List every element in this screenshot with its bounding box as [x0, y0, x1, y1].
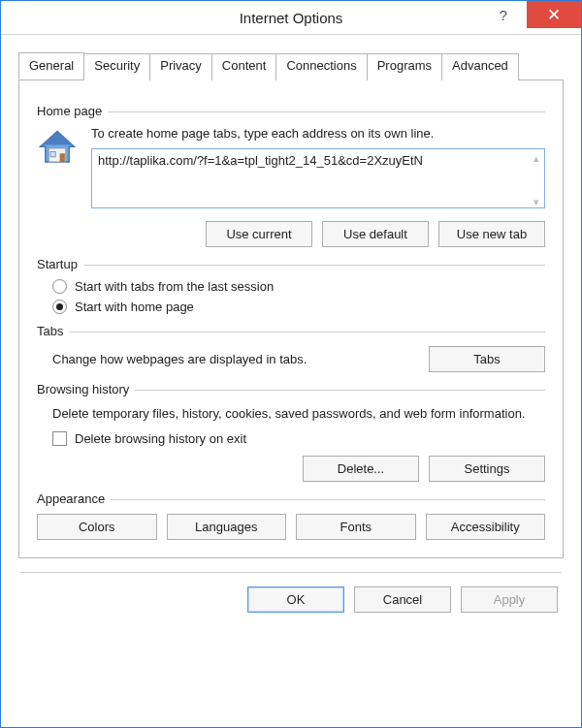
home-icon [37, 128, 78, 169]
internet-options-window: Internet Options ? ✕ General Security Pr… [0, 0, 582, 728]
svg-marker-4 [42, 132, 73, 145]
apply-button[interactable]: Apply [461, 586, 558, 613]
group-appearance: Appearance [37, 491, 545, 506]
tab-strip: General Security Privacy Content Connect… [18, 52, 564, 80]
delete-on-exit-row[interactable]: Delete browsing history on exit [52, 431, 545, 446]
svg-rect-2 [60, 153, 65, 162]
delete-on-exit-label: Delete browsing history on exit [75, 431, 246, 446]
startup-home-label: Start with home page [75, 300, 194, 314]
radio-icon[interactable] [52, 279, 67, 294]
homepage-row: To create home page tabs, type each addr… [37, 126, 545, 211]
accessibility-button[interactable]: Accessibility [426, 514, 546, 540]
use-default-button[interactable]: Use default [322, 221, 429, 247]
group-appearance-label: Appearance [37, 491, 105, 506]
use-current-button[interactable]: Use current [206, 221, 312, 247]
appearance-buttons: Colors Languages Fonts Accessibility [37, 514, 545, 540]
cancel-button[interactable]: Cancel [354, 586, 451, 613]
titlebar: Internet Options ? ✕ [1, 1, 581, 35]
svg-rect-3 [50, 152, 55, 157]
colors-button[interactable]: Colors [37, 514, 157, 540]
group-homepage-label: Home page [37, 104, 102, 118]
tab-panel-general: Home page To create home page tabs, type… [18, 80, 564, 558]
tab-content[interactable]: Content [211, 53, 277, 80]
startup-option-homepage[interactable]: Start with home page [52, 300, 545, 314]
group-history-label: Browsing history [37, 382, 129, 396]
title-controls: ? ✕ [480, 1, 581, 28]
homepage-buttons: Use current Use default Use new tab [37, 221, 545, 247]
homepage-column: To create home page tabs, type each addr… [91, 126, 545, 211]
tabs-row: Change how webpages are displayed in tab… [37, 346, 545, 372]
homepage-desc: To create home page tabs, type each addr… [91, 126, 545, 141]
use-new-tab-button[interactable]: Use new tab [438, 221, 545, 247]
help-icon[interactable]: ? [480, 1, 527, 28]
tabs-button[interactable]: Tabs [429, 346, 545, 372]
scroll-up-icon[interactable]: ▴ [530, 151, 543, 165]
group-homepage: Home page [37, 104, 545, 118]
content-area: General Security Privacy Content Connect… [1, 35, 581, 558]
tab-security[interactable]: Security [83, 53, 150, 80]
homepage-text-wrap: ▴ ▾ [91, 148, 545, 211]
footer-buttons: OK Cancel Apply [1, 573, 581, 630]
close-icon[interactable]: ✕ [527, 1, 581, 28]
group-startup-label: Startup [37, 257, 78, 271]
tab-privacy[interactable]: Privacy [149, 53, 212, 80]
radio-icon[interactable] [52, 300, 67, 314]
tab-advanced[interactable]: Advanced [441, 53, 519, 80]
startup-option-last-session[interactable]: Start with tabs from the last session [52, 279, 545, 294]
homepage-input[interactable] [91, 148, 545, 208]
languages-button[interactable]: Languages [167, 514, 287, 540]
fonts-button[interactable]: Fonts [296, 514, 416, 540]
delete-button[interactable]: Delete... [303, 456, 419, 482]
group-tabs-label: Tabs [37, 324, 63, 338]
ok-button[interactable]: OK [247, 586, 344, 613]
history-buttons: Delete... Settings [37, 456, 545, 482]
settings-button[interactable]: Settings [429, 456, 545, 482]
group-startup: Startup [37, 257, 545, 271]
checkbox-icon[interactable] [52, 431, 67, 446]
group-history: Browsing history [37, 382, 545, 396]
tab-connections[interactable]: Connections [275, 53, 367, 80]
scroll-down-icon[interactable]: ▾ [530, 195, 543, 208]
group-tabs: Tabs [37, 324, 545, 338]
tab-general[interactable]: General [18, 52, 84, 79]
tab-programs[interactable]: Programs [367, 53, 442, 80]
tabs-desc: Change how webpages are displayed in tab… [52, 352, 429, 366]
startup-last-label: Start with tabs from the last session [75, 279, 274, 294]
history-desc: Delete temporary files, history, cookies… [52, 404, 545, 424]
